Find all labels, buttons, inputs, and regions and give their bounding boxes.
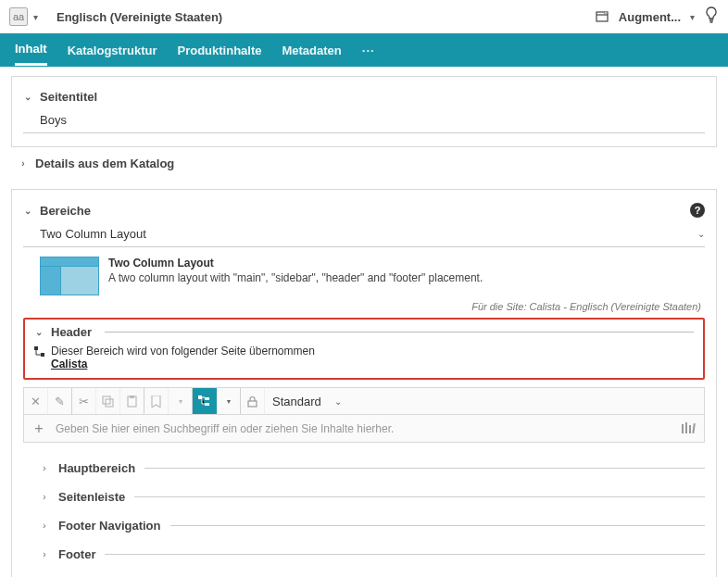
section-bereiche-label: Bereiche — [40, 204, 91, 218]
locale-switcher[interactable]: aa ▾ Englisch (Vereinigte Staaten) — [9, 7, 222, 26]
chevron-down-icon: ⌄ — [34, 327, 44, 337]
panel-bereiche: ⌄ Bereiche ? Two Column Layout ⌄ Two Col… — [11, 189, 717, 577]
search-input[interactable] — [54, 421, 674, 436]
chevron-down-icon[interactable]: ▾ — [690, 12, 695, 22]
inherit-text: Dieser Bereich wird von folgender Seite … — [51, 345, 315, 357]
chevron-down-icon: ▾ — [33, 12, 38, 22]
tabs-bar: Inhalt Katalogstruktur Produktinhalte Me… — [0, 33, 728, 67]
layout-site-info: Für die Site: Calista - Englisch (Verein… — [23, 301, 705, 312]
svg-rect-7 — [130, 395, 134, 398]
placement-label: Footer Navigation — [58, 519, 161, 533]
placement-searchbar: + — [23, 415, 705, 443]
placement-label: Seitenleiste — [58, 490, 125, 504]
svg-rect-11 — [248, 401, 257, 407]
help-icon[interactable]: ? — [690, 203, 705, 218]
chevron-down-icon: ⌄ — [697, 229, 705, 239]
svg-rect-15 — [692, 423, 696, 433]
section-details-label: Details aus dem Katalog — [35, 157, 174, 170]
chevron-right-icon: › — [40, 549, 49, 559]
variant-select[interactable]: Standard ⌄ — [265, 395, 704, 408]
tab-katalogstruktur[interactable]: Katalogstruktur — [68, 36, 157, 65]
augment-label[interactable]: Augment... — [619, 10, 681, 24]
inherit-link[interactable]: Calista — [51, 357, 315, 370]
svg-rect-10 — [205, 403, 209, 406]
svg-rect-8 — [198, 395, 202, 399]
top-bar: aa ▾ Englisch (Vereinigte Staaten) Augme… — [0, 0, 728, 33]
section-bereiche-header[interactable]: ⌄ Bereiche ? — [23, 197, 705, 223]
chevron-down-icon: ⌄ — [334, 396, 342, 407]
placement-seitenleiste[interactable]: › Seitenleiste — [40, 483, 705, 511]
layout-select-value: Two Column Layout — [40, 227, 146, 241]
placement-label: Hauptbereich — [58, 461, 135, 475]
variant-select-value: Standard — [272, 395, 321, 408]
lock-button[interactable] — [241, 388, 265, 414]
svg-rect-5 — [106, 399, 113, 407]
placement-toolbar: ✕ ✎ ✂ ▾ ▾ Standard ⌄ — [23, 387, 705, 415]
chevron-right-icon: › — [40, 521, 49, 531]
layout-select[interactable]: Two Column Layout ⌄ — [23, 223, 705, 247]
header-placement-box: ⌄ Header Dieser Bereich wird von folgend… — [23, 318, 705, 380]
edit-button[interactable]: ✎ — [48, 388, 72, 414]
chevron-right-icon: › — [19, 158, 28, 169]
cut-button[interactable]: ✂ — [72, 388, 96, 414]
placement-footer-navigation[interactable]: › Footer Navigation — [40, 511, 705, 540]
tab-produktinhalte[interactable]: Produktinhalte — [177, 36, 261, 65]
header-placement-label: Header — [51, 325, 92, 339]
seitentitel-value[interactable]: Boys — [23, 109, 705, 133]
copy-button[interactable] — [96, 388, 120, 414]
add-icon[interactable]: + — [31, 420, 46, 437]
svg-rect-3 — [41, 353, 44, 357]
panel-seitentitel: ⌄ Seitentitel Boys — [11, 76, 717, 147]
tab-more[interactable]: ··· — [362, 36, 375, 65]
bookmark-dropdown[interactable]: ▾ — [169, 388, 193, 414]
chevron-right-icon: › — [40, 492, 49, 502]
placement-list: › Hauptbereich › Seitenleiste › Footer N… — [23, 443, 705, 569]
layout-thumbnail-icon — [40, 257, 99, 295]
svg-rect-9 — [205, 397, 209, 400]
svg-rect-12 — [682, 424, 684, 433]
section-details-header[interactable]: › Details aus dem Katalog — [11, 147, 717, 180]
placement-footer[interactable]: › Footer — [40, 540, 705, 569]
lightbulb-icon[interactable] — [704, 6, 719, 27]
svg-rect-2 — [34, 346, 38, 350]
locale-icon: aa — [9, 7, 28, 26]
svg-rect-4 — [103, 396, 110, 404]
library-icon[interactable] — [682, 422, 697, 434]
augment-icon[interactable] — [595, 9, 609, 24]
svg-rect-13 — [685, 422, 687, 433]
delete-button[interactable]: ✕ — [24, 388, 48, 414]
chevron-down-icon: ⌄ — [23, 92, 32, 102]
tree-view-button[interactable] — [193, 388, 217, 414]
tab-inhalt[interactable]: Inhalt — [15, 34, 47, 66]
section-seitentitel-label: Seitentitel — [40, 90, 97, 104]
inherit-icon — [34, 346, 45, 359]
locale-label: Englisch (Vereinigte Staaten) — [56, 10, 222, 24]
chevron-down-icon: ⌄ — [23, 206, 32, 216]
tab-metadaten[interactable]: Metadaten — [282, 36, 341, 65]
placement-hauptbereich[interactable]: › Hauptbereich — [40, 454, 705, 483]
bookmark-button[interactable] — [144, 388, 169, 414]
header-placement-header[interactable]: ⌄ Header — [34, 325, 694, 339]
paste-button[interactable] — [120, 388, 144, 414]
layout-card-title: Two Column Layout — [108, 257, 705, 270]
layout-card: Two Column Layout A two column layout wi… — [23, 253, 705, 297]
tree-view-dropdown[interactable]: ▾ — [217, 388, 241, 414]
section-seitentitel-header[interactable]: ⌄ Seitentitel — [23, 84, 705, 109]
placement-label: Footer — [58, 547, 95, 561]
chevron-right-icon: › — [40, 463, 49, 473]
svg-rect-14 — [689, 425, 691, 433]
layout-card-desc: A two column layout with "main", "sideba… — [108, 271, 705, 284]
